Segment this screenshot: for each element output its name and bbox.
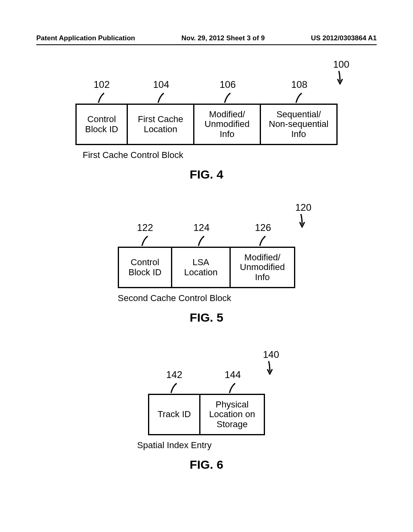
block-row: Control Block ID LSA Location Modified/ … bbox=[0, 247, 413, 288]
figure-5: 120 122 124 126 Control Block ID LSA Loc… bbox=[0, 204, 413, 324]
lead-line-icon bbox=[97, 92, 106, 104]
cell-text: Physical Location on Storage bbox=[209, 400, 255, 429]
figure-caption: Second Cache Control Block bbox=[118, 293, 413, 303]
figure-label: FIG. 6 bbox=[0, 458, 413, 472]
ref-106: 106 bbox=[194, 79, 261, 90]
ref-120-label: 120 bbox=[295, 202, 311, 213]
cell-first-cache-location: First Cache Location bbox=[128, 104, 194, 145]
column-reference-numbers: 122 124 126 bbox=[0, 222, 413, 233]
ref-124: 124 bbox=[172, 222, 231, 233]
lead-line-icon bbox=[140, 235, 150, 247]
cell-physical-location: Physical Location on Storage bbox=[200, 394, 265, 435]
down-arrow-icon bbox=[336, 70, 346, 85]
ref-102: 102 bbox=[75, 79, 128, 90]
cell-modified-unmodified: Modified/ Unmodified Info bbox=[231, 247, 295, 288]
cell-lsa-location: LSA Location bbox=[172, 247, 231, 288]
lead-line-icon bbox=[197, 235, 206, 247]
cell-text: Control Block ID bbox=[129, 258, 162, 277]
header-center: Nov. 29, 2012 Sheet 3 of 9 bbox=[181, 34, 265, 42]
down-arrow-icon bbox=[266, 360, 276, 375]
figure-4: 100 102 104 106 108 Control Block ID Fir… bbox=[0, 60, 413, 181]
reference-lines bbox=[0, 382, 413, 394]
overall-reference-number: 120 bbox=[295, 202, 311, 230]
ref-108: 108 bbox=[261, 79, 338, 90]
cell-text: Control Block ID bbox=[85, 114, 118, 134]
lead-line-icon bbox=[258, 235, 268, 247]
ref-104: 104 bbox=[128, 79, 194, 90]
block-row: Track ID Physical Location on Storage bbox=[0, 394, 413, 435]
cell-control-block-id: Control Block ID bbox=[118, 247, 172, 288]
lead-line-icon bbox=[156, 92, 166, 104]
cell-text: Sequential/ Non-sequential Info bbox=[269, 110, 329, 139]
ref-140-label: 140 bbox=[263, 349, 279, 360]
cell-text: First Cache Location bbox=[138, 114, 183, 134]
lead-line-icon bbox=[223, 92, 233, 104]
header-rule bbox=[36, 44, 377, 45]
reference-lines bbox=[0, 235, 413, 247]
lead-line-icon bbox=[169, 382, 179, 394]
lead-line-icon bbox=[294, 92, 304, 104]
header-right: US 2012/0303864 A1 bbox=[311, 34, 377, 42]
figure-label: FIG. 5 bbox=[0, 311, 413, 324]
cell-track-id: Track ID bbox=[148, 394, 200, 435]
down-arrow-icon bbox=[298, 213, 308, 228]
cell-sequential-nonsequential: Sequential/ Non-sequential Info bbox=[261, 104, 338, 145]
figure-caption: First Cache Control Block bbox=[83, 150, 413, 160]
cell-text: LSA Location bbox=[184, 258, 217, 277]
ref-126: 126 bbox=[231, 222, 295, 233]
block-row: Control Block ID First Cache Location Mo… bbox=[0, 104, 413, 145]
ref-144: 144 bbox=[200, 369, 265, 380]
cell-text: Modified/ Unmodified Info bbox=[204, 110, 249, 139]
cell-modified-unmodified: Modified/ Unmodified Info bbox=[194, 104, 261, 145]
overall-reference-number: 100 bbox=[333, 59, 349, 87]
cell-text: Track ID bbox=[158, 409, 191, 419]
ref-122: 122 bbox=[118, 222, 172, 233]
ref-100-label: 100 bbox=[333, 59, 349, 70]
header-left: Patent Application Publication bbox=[36, 34, 135, 42]
figure-6: 140 142 144 Track ID Physical Location o… bbox=[0, 351, 413, 472]
figure-caption: Spatial Index Entry bbox=[137, 440, 413, 451]
reference-lines bbox=[0, 92, 413, 104]
page-header: Patent Application Publication Nov. 29, … bbox=[36, 34, 377, 42]
column-reference-numbers: 102 104 106 108 bbox=[0, 79, 413, 90]
overall-reference-number: 140 bbox=[263, 349, 279, 377]
ref-142: 142 bbox=[148, 369, 200, 380]
cell-text: Modified/ Unmodified Info bbox=[240, 253, 285, 282]
cell-control-block-id: Control Block ID bbox=[75, 104, 128, 145]
column-reference-numbers: 142 144 bbox=[0, 369, 413, 380]
figure-label: FIG. 4 bbox=[0, 168, 413, 181]
lead-line-icon bbox=[228, 382, 238, 394]
